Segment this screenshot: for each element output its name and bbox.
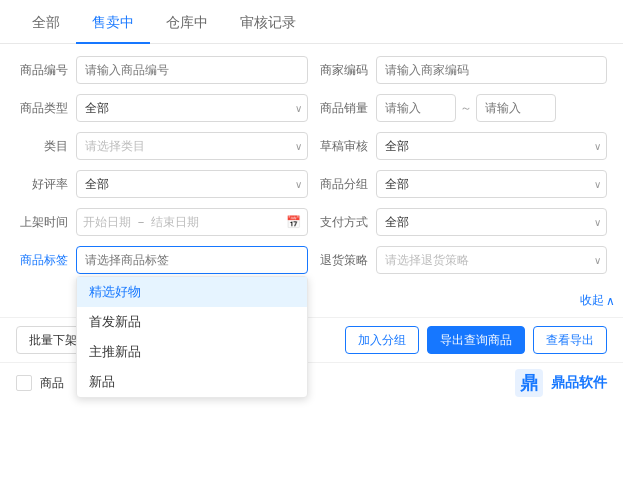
field-category: 类目 请选择类目 ∨ xyxy=(16,132,308,160)
field-payment: 支付方式 全部 ∨ xyxy=(316,208,608,236)
product-type-label: 商品类型 xyxy=(16,100,68,117)
merchant-code-input[interactable] xyxy=(376,56,608,84)
shelf-end-placeholder: 结束日期 xyxy=(151,214,199,231)
logo-text: 鼎品软件 xyxy=(551,374,607,392)
rating-control: 全部 ∨ xyxy=(76,170,308,198)
dropdown-item-1[interactable]: 首发新品 xyxy=(77,307,307,337)
merchant-code-control xyxy=(376,56,608,84)
select-all-checkbox[interactable] xyxy=(16,375,32,391)
product-sales-label: 商品销量 xyxy=(316,100,368,117)
filter-form: 商品编号 商家编码 商品类型 全部 ∨ 商品销量 xyxy=(0,44,623,292)
product-label: 商品 xyxy=(40,375,64,392)
draft-review-control: 全部 ∨ xyxy=(376,132,608,160)
tab-warehouse[interactable]: 仓库中 xyxy=(150,0,224,44)
product-group-label: 商品分组 xyxy=(316,176,368,193)
payment-select[interactable]: 全部 xyxy=(376,208,608,236)
product-sales-control: ～ xyxy=(376,94,608,122)
rating-label: 好评率 xyxy=(16,176,68,193)
field-return-policy: 退货策略 请选择退货策略 ∨ xyxy=(316,246,608,274)
collapse-label: 收起 xyxy=(580,292,604,309)
dropdown-item-0[interactable]: 精选好物 xyxy=(77,277,307,307)
svg-text:鼎: 鼎 xyxy=(520,373,538,393)
draft-review-select[interactable]: 全部 xyxy=(376,132,608,160)
draft-review-label: 草稿审核 xyxy=(316,138,368,155)
tab-audit[interactable]: 审核记录 xyxy=(224,0,312,44)
field-shelf-time: 上架时间 开始日期 － 结束日期 📅 xyxy=(16,208,308,236)
add-group-button[interactable]: 加入分组 xyxy=(345,326,419,354)
product-group-control: 全部 ∨ xyxy=(376,170,608,198)
field-product-id: 商品编号 xyxy=(16,56,308,84)
dropdown-item-3[interactable]: 新品 xyxy=(77,367,307,397)
row-product-tag: 商品标签 精选好物 首发新品 主推新品 新品 退货策略 请选择退货策略 ∨ xyxy=(16,246,607,274)
product-tag-label: 商品标签 xyxy=(16,252,68,269)
product-id-label: 商品编号 xyxy=(16,62,68,79)
rating-select[interactable]: 全部 xyxy=(76,170,308,198)
return-policy-label: 退货策略 xyxy=(316,252,368,269)
field-product-sales: 商品销量 ～ xyxy=(316,94,608,122)
row-product-id: 商品编号 商家编码 xyxy=(16,56,607,84)
product-tag-control: 精选好物 首发新品 主推新品 新品 xyxy=(76,246,308,274)
field-merchant-code: 商家编码 xyxy=(316,56,608,84)
calendar-icon: 📅 xyxy=(286,215,301,229)
product-tag-input[interactable] xyxy=(76,246,308,274)
payment-control: 全部 ∨ xyxy=(376,208,608,236)
product-group-select[interactable]: 全部 xyxy=(376,170,608,198)
dropdown-item-2[interactable]: 主推新品 xyxy=(77,337,307,367)
shelf-time-range[interactable]: 开始日期 － 结束日期 📅 xyxy=(76,208,308,236)
product-id-input[interactable] xyxy=(76,56,308,84)
collapse-arrow-icon: ∧ xyxy=(606,294,615,308)
return-policy-select[interactable]: 请选择退货策略 xyxy=(376,246,608,274)
logo-icon: 鼎 xyxy=(513,367,545,399)
product-tag-dropdown: 精选好物 首发新品 主推新品 新品 xyxy=(76,276,308,398)
export-query-button[interactable]: 导出查询商品 xyxy=(427,326,525,354)
field-product-type: 商品类型 全部 ∨ xyxy=(16,94,308,122)
row-category: 类目 请选择类目 ∨ 草稿审核 全部 ∨ xyxy=(16,132,607,160)
product-type-control: 全部 ∨ xyxy=(76,94,308,122)
product-type-select[interactable]: 全部 xyxy=(76,94,308,122)
product-sales-start-input[interactable] xyxy=(376,94,456,122)
tab-bar: 全部 售卖中 仓库中 审核记录 xyxy=(0,0,623,44)
field-draft-review: 草稿审核 全部 ∨ xyxy=(316,132,608,160)
return-policy-control: 请选择退货策略 ∨ xyxy=(376,246,608,274)
tab-selling[interactable]: 售卖中 xyxy=(76,0,150,44)
product-sales-end-input[interactable] xyxy=(476,94,556,122)
merchant-code-label: 商家编码 xyxy=(316,62,368,79)
field-product-tag: 商品标签 精选好物 首发新品 主推新品 新品 xyxy=(16,246,308,274)
category-control: 请选择类目 ∨ xyxy=(76,132,308,160)
product-id-control xyxy=(76,56,308,84)
row-shelf-time: 上架时间 开始日期 － 结束日期 📅 支付方式 全部 ∨ xyxy=(16,208,607,236)
payment-label: 支付方式 xyxy=(316,214,368,231)
shelf-time-label: 上架时间 xyxy=(16,214,68,231)
field-product-group: 商品分组 全部 ∨ xyxy=(316,170,608,198)
category-select[interactable]: 请选择类目 xyxy=(76,132,308,160)
row-rating: 好评率 全部 ∨ 商品分组 全部 ∨ xyxy=(16,170,607,198)
logo-area: 鼎 鼎品软件 xyxy=(513,367,607,399)
tab-all[interactable]: 全部 xyxy=(16,0,76,44)
view-export-button[interactable]: 查看导出 xyxy=(533,326,607,354)
shelf-start-placeholder: 开始日期 xyxy=(83,214,131,231)
range-separator: ～ xyxy=(460,100,472,117)
collapse-button[interactable]: 收起 ∧ xyxy=(580,292,615,309)
row-product-type: 商品类型 全部 ∨ 商品销量 ～ xyxy=(16,94,607,122)
category-label: 类目 xyxy=(16,138,68,155)
date-dash: － xyxy=(135,214,147,231)
field-rating: 好评率 全部 ∨ xyxy=(16,170,308,198)
